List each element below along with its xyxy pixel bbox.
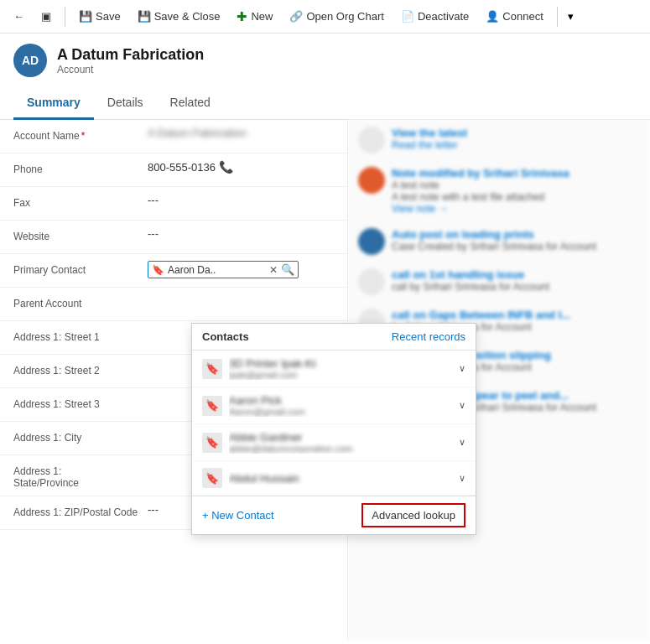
activity-item-4: call on 1st handling issue call by Sriha…: [358, 268, 640, 295]
value-phone: 800-555-0136 📞: [148, 160, 334, 174]
history-button[interactable]: ▣: [34, 7, 58, 26]
lookup-value: Aaron Da..: [168, 264, 266, 276]
contact-icon-4: 🔖: [202, 468, 222, 488]
activity-content-1: View the latest Read the letter: [392, 127, 640, 153]
phone-icon[interactable]: 📞: [219, 160, 233, 174]
contact-info-4: Abdul Hussain: [229, 472, 452, 485]
main-area: Account Name* A Datum Fabrication Phone …: [0, 120, 650, 640]
connect-icon: 👤: [486, 10, 499, 23]
tab-summary[interactable]: Summary: [13, 87, 94, 120]
contact-name-2: Aaron Pick: [229, 394, 452, 407]
save-close-icon: 💾: [138, 10, 151, 23]
advanced-lookup-button[interactable]: Advanced lookup: [361, 503, 465, 527]
activity-link-1[interactable]: Read the letter: [392, 139, 640, 151]
new-button[interactable]: ✚ New: [230, 6, 279, 28]
toolbar-more-button[interactable]: ▾: [564, 7, 577, 26]
account-header: AD A Datum Fabrication Account: [0, 34, 650, 87]
contact-email-2: Aaron@gmail.com: [229, 407, 452, 417]
activity-title-5: call on Gaps Between INFB and I...: [392, 309, 640, 321]
field-primary-contact: Primary Contact 🔖 Aaron Da.. ✕ 🔍: [0, 254, 347, 288]
account-subtitle: Account: [57, 64, 204, 75]
save-close-button[interactable]: 💾 Save & Close: [131, 7, 227, 26]
org-chart-button[interactable]: 🔗 Open Org Chart: [283, 7, 391, 26]
lookup-field[interactable]: 🔖 Aaron Da.. ✕ 🔍: [148, 261, 299, 278]
contact-item-1[interactable]: 🔖 3D Printer Ipak-Kt ipak@gmail.com ∨: [192, 351, 476, 387]
divider-2: [557, 7, 558, 27]
contact-name-4: Abdul Hussain: [229, 472, 452, 485]
contact-email-1: ipak@gmail.com: [229, 370, 452, 380]
chevron-icon-4: ∨: [459, 473, 465, 484]
contact-email-3: abbie@datumcorporation.com: [229, 444, 452, 454]
activity-content-4: call on 1st handling issue call by Sriha…: [392, 268, 640, 295]
contacts-lookup-dropdown: Contacts Recent records 🔖 3D Printer Ipa…: [191, 323, 476, 535]
connect-button[interactable]: 👤 Connect: [479, 7, 549, 26]
contact-info-2: Aaron Pick Aaron@gmail.com: [229, 394, 452, 417]
activity-item-2: Note modified by Srihari Srinivasa A tes…: [358, 167, 640, 215]
contact-info-3: Abbie Gardiner abbie@datumcorporation.co…: [229, 431, 452, 454]
org-chart-icon: 🔗: [289, 10, 303, 23]
avatar: AD: [13, 44, 47, 77]
history-icon: ▣: [41, 10, 51, 23]
contact-item-4[interactable]: 🔖 Abdul Hussain ∨: [192, 461, 476, 496]
lookup-clear-button[interactable]: ✕: [269, 264, 278, 276]
chevron-icon-3: ∨: [459, 437, 465, 448]
label-address-state: Address 1:State/Province: [13, 462, 148, 489]
activity-title-2: Note modified by Srihari Srinivasa: [392, 167, 640, 179]
contact-item-2[interactable]: 🔖 Aaron Pick Aaron@gmail.com ∨: [192, 387, 476, 424]
label-address-street1: Address 1: Street 1: [13, 328, 148, 343]
tab-details[interactable]: Details: [94, 87, 157, 120]
back-button[interactable]: ←: [7, 7, 31, 26]
label-address-street3: Address 1: Street 3: [13, 395, 148, 410]
activity-sub-2: A test noteA test note with a test file …: [392, 179, 640, 203]
contact-info-1: 3D Printer Ipak-Kt ipak@gmail.com: [229, 357, 452, 380]
field-website: Website ---: [0, 221, 347, 254]
activity-item-1: View the latest Read the letter: [358, 127, 640, 153]
activity-link-2[interactable]: View note →: [392, 203, 640, 215]
field-phone: Phone 800-555-0136 📞: [0, 153, 347, 187]
lookup-record-icon: 🔖: [152, 264, 164, 276]
contact-name-3: Abbie Gardiner: [229, 431, 452, 444]
dropdown-footer: + New Contact Advanced lookup: [192, 496, 476, 534]
activity-title-3: Auto post on loading prints: [392, 228, 640, 241]
save-button[interactable]: 💾 Save: [72, 7, 127, 26]
header-info: A Datum Fabrication Account: [57, 46, 204, 75]
field-account-name: Account Name* A Datum Fabrication: [0, 120, 347, 153]
dropdown-contacts-label: Contacts: [202, 330, 249, 343]
dropdown-header: Contacts Recent records: [192, 324, 476, 351]
label-address-zip: Address 1: ZIP/Postal Code: [13, 503, 148, 518]
contact-item-3[interactable]: 🔖 Abbie Gardiner abbie@datumcorporation.…: [192, 424, 476, 461]
activity-sub-3: Case Created by Srihari Srinivasa for Ac…: [392, 241, 640, 252]
activity-content-2: Note modified by Srihari Srinivasa A tes…: [392, 167, 640, 215]
activity-avatar-2: [358, 167, 385, 194]
new-icon: ✚: [237, 9, 247, 24]
label-website: Website: [13, 227, 148, 242]
value-account-name: A Datum Fabrication: [148, 127, 334, 139]
field-fax: Fax ---: [0, 187, 347, 221]
value-fax: ---: [148, 194, 334, 206]
activity-title-4: call on 1st handling issue: [392, 268, 640, 281]
save-icon: 💾: [79, 10, 92, 23]
divider-1: [65, 7, 65, 27]
activity-title-1: View the latest: [392, 127, 640, 139]
field-parent-account: Parent Account: [0, 288, 347, 321]
activity-content-3: Auto post on loading prints Case Created…: [392, 228, 640, 255]
tab-bar: Summary Details Related: [0, 87, 650, 120]
required-star: *: [81, 130, 86, 142]
chevron-icon-2: ∨: [459, 400, 465, 411]
label-address-city: Address 1: City: [13, 428, 148, 444]
activity-avatar-4: [358, 268, 385, 295]
deactivate-button[interactable]: 📄 Deactivate: [394, 7, 476, 26]
contact-icon-1: 🔖: [202, 359, 222, 379]
tab-related[interactable]: Related: [157, 87, 224, 120]
new-contact-button[interactable]: + New Contact: [202, 509, 274, 522]
dropdown-recent-label[interactable]: Recent records: [392, 330, 465, 343]
lookup-search-button[interactable]: 🔍: [281, 263, 294, 276]
activity-item-3: Auto post on loading prints Case Created…: [358, 228, 640, 255]
label-parent-account: Parent Account: [13, 294, 148, 309]
label-phone: Phone: [13, 160, 148, 175]
activity-sub-4: call by Srihari Srinivasa for Account: [392, 281, 640, 293]
value-website: ---: [148, 227, 334, 240]
label-account-name: Account Name*: [13, 127, 148, 142]
label-primary-contact: Primary Contact: [13, 261, 148, 276]
label-address-street2: Address 1: Street 2: [13, 361, 148, 377]
